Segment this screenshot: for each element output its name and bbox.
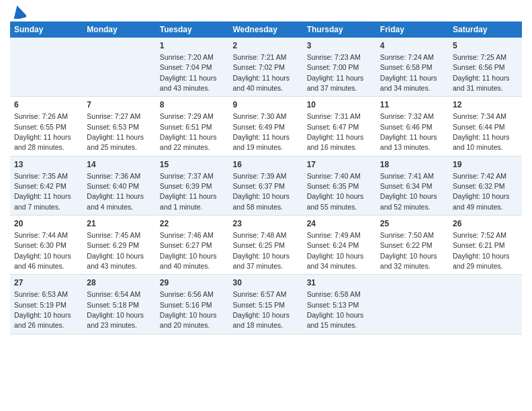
calendar-cell: 30Sunrise: 6:57 AMSunset: 5:15 PMDayligh…	[228, 275, 302, 334]
day-number: 31	[307, 277, 372, 289]
day-number: 6	[14, 99, 79, 111]
day-number: 27	[14, 277, 79, 289]
header	[10, 7, 522, 16]
day-info: Sunrise: 6:58 AMSunset: 5:13 PMDaylight:…	[307, 290, 364, 329]
calendar-cell: 16Sunrise: 7:39 AMSunset: 6:37 PMDayligh…	[228, 156, 302, 215]
day-number: 26	[453, 218, 518, 230]
calendar-cell: 27Sunrise: 6:53 AMSunset: 5:19 PMDayligh…	[10, 275, 83, 334]
calendar-cell: 11Sunrise: 7:32 AMSunset: 6:46 PMDayligh…	[376, 97, 449, 156]
calendar-body: 1Sunrise: 7:20 AMSunset: 7:04 PMDaylight…	[10, 38, 522, 334]
day-info: Sunrise: 7:36 AMSunset: 6:40 PMDaylight:…	[87, 172, 144, 211]
logo-icon	[11, 5, 26, 19]
day-number: 18	[380, 159, 445, 171]
day-number: 9	[232, 99, 298, 111]
calendar-cell	[10, 38, 83, 97]
day-info: Sunrise: 7:52 AMSunset: 6:21 PMDaylight:…	[453, 231, 510, 270]
calendar-cell: 17Sunrise: 7:40 AMSunset: 6:35 PMDayligh…	[303, 156, 376, 215]
logo	[10, 7, 26, 16]
calendar-week-2: 6Sunrise: 7:26 AMSunset: 6:55 PMDaylight…	[10, 97, 522, 156]
calendar-cell: 22Sunrise: 7:46 AMSunset: 6:27 PMDayligh…	[156, 216, 229, 275]
day-info: Sunrise: 7:26 AMSunset: 6:55 PMDaylight:…	[14, 112, 71, 151]
day-info: Sunrise: 7:32 AMSunset: 6:46 PMDaylight:…	[380, 112, 437, 151]
calendar-cell: 31Sunrise: 6:58 AMSunset: 5:13 PMDayligh…	[303, 275, 376, 334]
day-number: 7	[87, 99, 151, 111]
day-number: 10	[307, 99, 372, 111]
day-number: 25	[380, 218, 445, 230]
calendar-header: Sunday Monday Tuesday Wednesday Thursday…	[10, 21, 522, 38]
day-number: 24	[307, 218, 372, 230]
calendar-cell: 5Sunrise: 7:25 AMSunset: 6:56 PMDaylight…	[449, 38, 522, 97]
calendar-week-5: 27Sunrise: 6:53 AMSunset: 5:19 PMDayligh…	[10, 275, 522, 334]
day-number: 12	[453, 99, 518, 111]
col-tuesday: Tuesday	[156, 21, 229, 38]
day-number: 20	[14, 218, 79, 230]
day-info: Sunrise: 6:57 AMSunset: 5:15 PMDaylight:…	[232, 290, 290, 329]
calendar-week-3: 13Sunrise: 7:35 AMSunset: 6:42 PMDayligh…	[10, 156, 522, 215]
day-info: Sunrise: 6:56 AMSunset: 5:16 PMDaylight:…	[160, 290, 217, 329]
calendar-cell: 18Sunrise: 7:41 AMSunset: 6:34 PMDayligh…	[376, 156, 449, 215]
day-number: 30	[232, 277, 298, 289]
svg-marker-0	[11, 5, 26, 19]
day-number: 2	[232, 40, 298, 52]
logo-text	[10, 7, 26, 16]
day-info: Sunrise: 7:45 AMSunset: 6:29 PMDaylight:…	[87, 231, 144, 270]
col-sunday: Sunday	[10, 21, 83, 38]
col-saturday: Saturday	[449, 21, 522, 38]
calendar-cell: 15Sunrise: 7:37 AMSunset: 6:39 PMDayligh…	[156, 156, 229, 215]
day-number: 15	[160, 159, 225, 171]
calendar-cell: 25Sunrise: 7:50 AMSunset: 6:22 PMDayligh…	[376, 216, 449, 275]
day-info: Sunrise: 7:21 AMSunset: 7:02 PMDaylight:…	[232, 53, 290, 92]
day-info: Sunrise: 7:35 AMSunset: 6:42 PMDaylight:…	[14, 172, 71, 211]
calendar-cell	[449, 275, 522, 334]
calendar-week-1: 1Sunrise: 7:20 AMSunset: 7:04 PMDaylight…	[10, 38, 522, 97]
day-info: Sunrise: 7:27 AMSunset: 6:53 PMDaylight:…	[87, 112, 144, 151]
day-info: Sunrise: 7:23 AMSunset: 7:00 PMDaylight:…	[307, 53, 364, 92]
calendar-cell: 21Sunrise: 7:45 AMSunset: 6:29 PMDayligh…	[83, 216, 155, 275]
calendar-cell: 2Sunrise: 7:21 AMSunset: 7:02 PMDaylight…	[228, 38, 302, 97]
day-info: Sunrise: 7:34 AMSunset: 6:44 PMDaylight:…	[453, 112, 510, 151]
day-number: 13	[14, 159, 79, 171]
calendar-cell: 19Sunrise: 7:42 AMSunset: 6:32 PMDayligh…	[449, 156, 522, 215]
day-info: Sunrise: 7:31 AMSunset: 6:47 PMDaylight:…	[307, 112, 364, 151]
col-monday: Monday	[83, 21, 155, 38]
day-info: Sunrise: 6:54 AMSunset: 5:18 PMDaylight:…	[87, 290, 144, 329]
calendar-cell: 24Sunrise: 7:49 AMSunset: 6:24 PMDayligh…	[303, 216, 376, 275]
day-number: 21	[87, 218, 151, 230]
day-info: Sunrise: 6:53 AMSunset: 5:19 PMDaylight:…	[14, 290, 71, 329]
calendar-cell: 29Sunrise: 6:56 AMSunset: 5:16 PMDayligh…	[156, 275, 229, 334]
calendar-cell: 3Sunrise: 7:23 AMSunset: 7:00 PMDaylight…	[303, 38, 376, 97]
day-info: Sunrise: 7:49 AMSunset: 6:24 PMDaylight:…	[307, 231, 364, 270]
day-number: 28	[87, 277, 151, 289]
day-info: Sunrise: 7:37 AMSunset: 6:39 PMDaylight:…	[160, 172, 217, 211]
calendar-cell: 12Sunrise: 7:34 AMSunset: 6:44 PMDayligh…	[449, 97, 522, 156]
page-container: Sunday Monday Tuesday Wednesday Thursday…	[0, 0, 532, 341]
day-info: Sunrise: 7:24 AMSunset: 6:58 PMDaylight:…	[380, 53, 437, 92]
day-number: 17	[307, 159, 372, 171]
calendar-cell: 13Sunrise: 7:35 AMSunset: 6:42 PMDayligh…	[10, 156, 83, 215]
day-number: 19	[453, 159, 518, 171]
col-thursday: Thursday	[303, 21, 376, 38]
calendar-cell: 1Sunrise: 7:20 AMSunset: 7:04 PMDaylight…	[156, 38, 229, 97]
calendar-cell	[376, 275, 449, 334]
day-number: 5	[453, 40, 518, 52]
calendar-table: Sunday Monday Tuesday Wednesday Thursday…	[10, 21, 522, 334]
calendar-cell: 4Sunrise: 7:24 AMSunset: 6:58 PMDaylight…	[376, 38, 449, 97]
day-number: 22	[160, 218, 225, 230]
day-number: 23	[232, 218, 298, 230]
calendar-cell: 20Sunrise: 7:44 AMSunset: 6:30 PMDayligh…	[10, 216, 83, 275]
day-number: 8	[160, 99, 225, 111]
day-info: Sunrise: 7:39 AMSunset: 6:37 PMDaylight:…	[232, 172, 290, 211]
calendar-cell	[83, 38, 155, 97]
day-number: 16	[232, 159, 298, 171]
day-number: 11	[380, 99, 445, 111]
header-row: Sunday Monday Tuesday Wednesday Thursday…	[10, 21, 522, 38]
calendar-cell: 23Sunrise: 7:48 AMSunset: 6:25 PMDayligh…	[228, 216, 302, 275]
day-info: Sunrise: 7:46 AMSunset: 6:27 PMDaylight:…	[160, 231, 217, 270]
day-info: Sunrise: 7:48 AMSunset: 6:25 PMDaylight:…	[232, 231, 290, 270]
calendar-cell: 6Sunrise: 7:26 AMSunset: 6:55 PMDaylight…	[10, 97, 83, 156]
day-info: Sunrise: 7:50 AMSunset: 6:22 PMDaylight:…	[380, 231, 437, 270]
day-info: Sunrise: 7:40 AMSunset: 6:35 PMDaylight:…	[307, 172, 364, 211]
day-info: Sunrise: 7:20 AMSunset: 7:04 PMDaylight:…	[160, 53, 217, 92]
day-info: Sunrise: 7:25 AMSunset: 6:56 PMDaylight:…	[453, 53, 510, 92]
day-number: 3	[307, 40, 372, 52]
